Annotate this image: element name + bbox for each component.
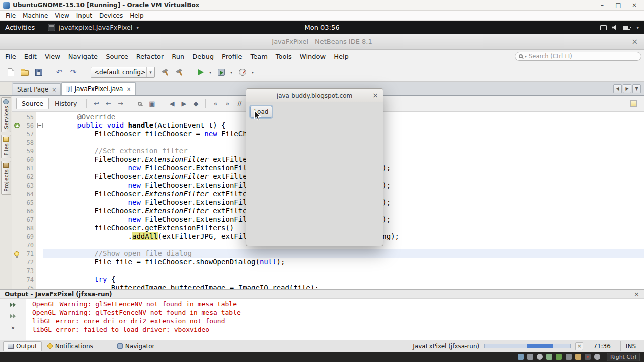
highlight-occurrences-button[interactable]: ▣ [146, 98, 157, 109]
vm-video-capture-icon[interactable] [585, 354, 591, 360]
vbox-menu-machine[interactable]: Machine [19, 12, 51, 19]
vbox-minimize-button[interactable]: – [596, 2, 609, 9]
clock[interactable]: Mon 03:56 [304, 24, 339, 31]
jfx-titlebar[interactable]: java-buddy.blogspot.com × [246, 89, 383, 102]
line-number[interactable]: 57 [21, 131, 36, 138]
history-view-button[interactable]: History [50, 98, 82, 109]
line-number[interactable]: 68 [21, 225, 36, 232]
progress-bar[interactable] [484, 344, 571, 348]
quick-search-box[interactable]: ▾ [515, 52, 641, 61]
next-bookmark-button[interactable]: ▶ [178, 98, 189, 109]
menu-window[interactable]: Window [296, 52, 330, 61]
menu-help[interactable]: Help [330, 52, 353, 61]
vbox-menu-help[interactable]: Help [126, 12, 147, 19]
menu-view[interactable]: View [41, 52, 64, 61]
line-number[interactable]: 64 [21, 191, 36, 198]
undo-button[interactable]: ↶ [53, 66, 66, 79]
line-number[interactable]: 66 [21, 208, 36, 215]
system-status-area[interactable]: ▾ [600, 25, 639, 30]
close-icon[interactable]: × [52, 86, 56, 93]
app-menu-button[interactable]: javafxpixel.JavaFxPixel ▾ [48, 24, 139, 31]
code-line[interactable]: 73 [12, 266, 644, 275]
line-number[interactable]: 59 [21, 148, 36, 155]
scroll-tabs-left-button[interactable]: ◀ [613, 84, 622, 93]
javafx-app-window[interactable]: java-buddy.blogspot.com × Load [246, 88, 383, 246]
vbox-close-button[interactable]: × [628, 2, 641, 9]
menu-debug[interactable]: Debug [188, 52, 218, 61]
output-window-tab[interactable]: Output [3, 341, 42, 351]
run-project-button[interactable] [194, 66, 207, 79]
stop-process-button[interactable]: × [575, 342, 583, 350]
back-button[interactable]: ← [103, 98, 114, 109]
profile-project-button[interactable] [236, 66, 249, 79]
vm-usb-icon[interactable] [566, 354, 572, 360]
vm-audio-icon[interactable] [546, 354, 552, 360]
vbox-menu-view[interactable]: View [51, 12, 72, 19]
rerun-button[interactable] [8, 301, 19, 309]
vbox-menu-input[interactable]: Input [73, 12, 96, 19]
line-number[interactable]: 60 [21, 156, 36, 163]
output-text[interactable]: OpenGL Warning: glSetFenceNV not found i… [32, 300, 644, 334]
search-input[interactable] [529, 53, 624, 60]
tab-list-button[interactable]: ▼ [632, 84, 641, 93]
run-dropdown-button[interactable]: ▾ [208, 70, 213, 75]
menu-source[interactable]: Source [102, 52, 132, 61]
menu-profile[interactable]: Profile [218, 52, 246, 61]
tab-start-page[interactable]: Start Page × [13, 83, 61, 95]
window-tab-files[interactable]: Files [1, 135, 11, 159]
profile-dropdown-button[interactable]: ▾ [250, 70, 255, 75]
vm-display-icon[interactable] [518, 354, 524, 360]
comment-button[interactable]: // [234, 98, 245, 109]
rerun-debug-button[interactable] [8, 312, 19, 320]
code-line[interactable]: 75 BufferedImage bufferedImage = ImageIO… [12, 284, 644, 289]
open-project-button[interactable] [18, 66, 31, 79]
config-combo[interactable]: <default config> ▾ [91, 67, 155, 78]
menu-run[interactable]: Run [168, 52, 188, 61]
source-view-button[interactable]: Source [16, 98, 49, 109]
code-line[interactable]: 74 try { [12, 275, 644, 284]
jfx-close-button[interactable]: × [372, 91, 378, 99]
line-number[interactable]: 62 [21, 173, 36, 180]
code-line[interactable]: 71 //Show open file dialog [12, 249, 644, 258]
tab-javafxpixel-java[interactable]: J JavaFxPixel.java × [61, 82, 135, 95]
line-number[interactable]: 73 [21, 267, 36, 275]
find-selection-button[interactable] [134, 98, 145, 109]
forward-button[interactable]: → [115, 98, 126, 109]
scroll-tabs-right-button[interactable]: ▶ [623, 84, 631, 93]
output-close-button[interactable]: × [634, 290, 639, 298]
menu-file[interactable]: File [1, 52, 20, 61]
menu-navigate[interactable]: Navigate [64, 52, 102, 61]
line-number[interactable]: 72 [21, 259, 36, 266]
line-number[interactable]: 70 [21, 242, 36, 249]
build-project-button[interactable] [159, 66, 172, 79]
save-all-button[interactable] [32, 66, 45, 79]
line-number[interactable]: 71 [21, 250, 36, 257]
line-number[interactable]: 65 [21, 199, 36, 206]
line-number[interactable]: 56 [21, 122, 36, 129]
line-number[interactable]: 55 [21, 114, 36, 121]
line-number[interactable]: 74 [21, 276, 36, 283]
line-number[interactable]: 58 [21, 139, 36, 146]
line-number[interactable]: 69 [21, 233, 36, 240]
code-line[interactable]: 72 File file = fileChooser.showOpenDialo… [12, 258, 644, 266]
overridden-marker-icon[interactable] [14, 123, 20, 128]
menu-refactor[interactable]: Refactor [132, 52, 168, 61]
vbox-menu-file[interactable]: File [2, 12, 19, 19]
fold-collapse-icon[interactable]: − [37, 123, 43, 128]
line-number[interactable]: 67 [21, 216, 36, 223]
line-number[interactable]: 63 [21, 182, 36, 189]
netbeans-close-button[interactable]: × [631, 34, 638, 49]
debug-project-button[interactable] [215, 66, 228, 79]
vbox-maximize-button[interactable]: □ [612, 2, 625, 9]
menu-edit[interactable]: Edit [20, 52, 41, 61]
gutter-glyph-margin[interactable] [12, 123, 21, 128]
output-overflow-button[interactable]: » [8, 324, 19, 332]
toggle-bookmark-button[interactable]: ◆ [190, 98, 201, 109]
vm-mouse-integration-icon[interactable] [594, 354, 600, 360]
shift-left-button[interactable]: « [210, 98, 221, 109]
hint-lightbulb-icon[interactable] [14, 251, 19, 256]
line-number[interactable]: 61 [21, 165, 36, 172]
vbox-menu-devices[interactable]: Devices [96, 12, 126, 19]
activities-button[interactable]: Activities [5, 24, 35, 31]
debug-dropdown-button[interactable]: ▾ [229, 70, 234, 75]
